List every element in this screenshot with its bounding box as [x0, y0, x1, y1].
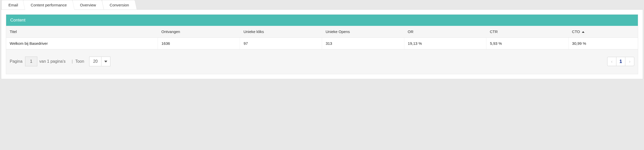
- prev-page-button[interactable]: ‹: [607, 57, 616, 66]
- tab-conversion[interactable]: Conversion: [102, 0, 137, 10]
- pagination-bar: Pagina van 1 pagina's | Toon 20 ‹ 1 ›: [6, 49, 638, 66]
- tab-label: Content performance: [31, 3, 67, 7]
- col-ctr[interactable]: CTR: [486, 26, 568, 38]
- cell-or: 19,13 %: [404, 38, 486, 49]
- card-title: Content: [10, 18, 26, 23]
- chevron-left-icon: ‹: [611, 59, 613, 64]
- cell-cto: 30,99 %: [568, 38, 638, 49]
- col-unieke-kliks[interactable]: Unieke kliks: [240, 26, 322, 38]
- page-1-button[interactable]: 1: [616, 57, 625, 66]
- divider: |: [72, 59, 73, 64]
- col-or[interactable]: OR: [404, 26, 486, 38]
- page-label: Pagina: [10, 59, 22, 64]
- content-table: Titel Ontvangen Unieke kliks Unieke Open…: [6, 26, 638, 49]
- tab-overview[interactable]: Overview: [72, 0, 104, 10]
- content-card: Content Titel Ontvangen Unieke kliks Uni…: [6, 14, 638, 74]
- chevron-right-icon: ›: [629, 59, 630, 64]
- col-titel[interactable]: Titel: [6, 26, 158, 38]
- show-label: Toon: [75, 59, 84, 64]
- tab-label: Email: [8, 3, 18, 7]
- table-row[interactable]: Welkom bij Basedriver 1636 97 313 19,13 …: [6, 38, 638, 49]
- sort-asc-icon: [582, 31, 584, 33]
- page-nav: ‹ 1 ›: [607, 57, 634, 66]
- cell-uopens: 313: [322, 38, 404, 49]
- col-ontvangen[interactable]: Ontvangen: [158, 26, 240, 38]
- page-input[interactable]: [25, 57, 37, 66]
- card-header: Content: [6, 15, 638, 26]
- cell-ontvangen: 1636: [158, 38, 240, 49]
- tabs: Email Content performance Overview Conve…: [0, 0, 644, 10]
- cell-titel: Welkom bij Basedriver: [6, 38, 158, 49]
- tab-content-performance[interactable]: Content performance: [22, 0, 74, 10]
- col-cto[interactable]: CTO: [568, 26, 638, 38]
- cell-ukliks: 97: [240, 38, 322, 49]
- next-page-button[interactable]: ›: [625, 57, 634, 66]
- cell-ctr: 5,93 %: [486, 38, 568, 49]
- tab-label: Conversion: [110, 3, 129, 7]
- of-pages: van 1 pagina's: [39, 59, 66, 64]
- tab-email[interactable]: Email: [2, 0, 25, 10]
- panel-frame: Content Titel Ontvangen Unieke kliks Uni…: [1, 9, 643, 79]
- chevron-down-icon: [101, 57, 110, 66]
- page-size-select[interactable]: 20: [89, 57, 110, 66]
- col-unieke-opens[interactable]: Unieke Opens: [322, 26, 404, 38]
- tab-label: Overview: [80, 3, 96, 7]
- page-size-value: 20: [89, 57, 101, 66]
